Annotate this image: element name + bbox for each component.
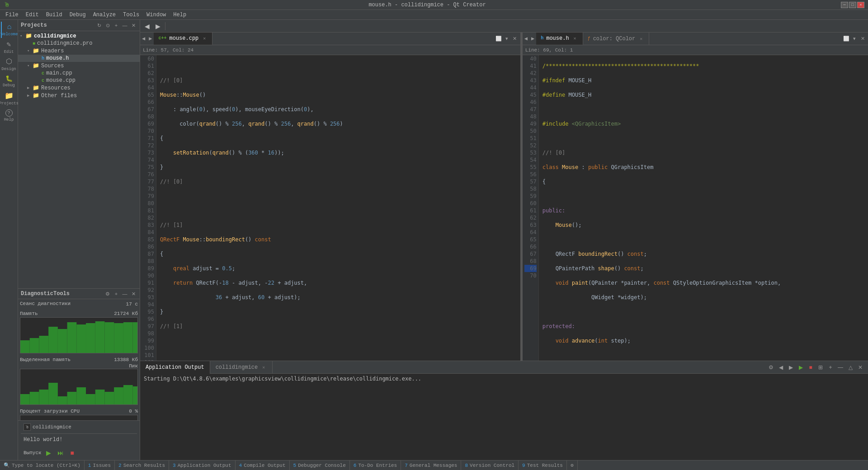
left-editor-tab-controls: ⬜ ▾ ✕ <box>495 35 520 42</box>
nav-back-button[interactable]: ◀ <box>142 21 152 31</box>
tree-pro-file[interactable]: ■ collidingmice.pro <box>18 40 140 47</box>
status-test-results[interactable]: 9Test Results <box>519 461 567 470</box>
diagnostic-settings-button[interactable]: ⚙ <box>104 290 111 297</box>
status-compile-output[interactable]: 4Compile Output <box>236 461 290 470</box>
tree-mouse-cpp[interactable]: c mouse.cpp <box>18 77 140 84</box>
tree-root[interactable]: ▾ 📁 collidingmice <box>18 32 140 40</box>
debug-label: Debug <box>3 83 15 88</box>
left-tab-menu-button[interactable]: ▾ <box>503 35 510 42</box>
output-minus-button[interactable]: — <box>836 363 844 371</box>
output-close-button[interactable]: ✕ <box>856 363 864 371</box>
status-issues[interactable]: 1Issues <box>85 461 115 470</box>
left-split-button[interactable]: ⬜ <box>495 35 502 42</box>
menu-edit[interactable]: Edit <box>22 11 42 19</box>
left-tab-nav-prev[interactable]: ◀ <box>140 33 147 45</box>
output-maximize-button[interactable]: △ <box>846 363 854 371</box>
diagnostic-panel: DiagnosticTools ⚙ + — ✕ Сеанс диагностик… <box>18 288 140 460</box>
projects-close-button[interactable]: ✕ <box>130 22 137 29</box>
projects-add-button[interactable]: + <box>113 22 120 29</box>
menu-file[interactable]: File <box>2 11 22 19</box>
nav-forward-button[interactable]: ▶ <box>153 21 163 31</box>
memory-header: Память 21724 Кб <box>20 311 138 317</box>
tree-other-files[interactable]: ▶ 📁 Other files <box>18 92 140 99</box>
menu-help[interactable]: Help <box>170 11 190 19</box>
output-tab-run[interactable]: collidingmice ✕ <box>210 361 273 374</box>
peak-row: Пик <box>20 363 138 369</box>
menu-analyze[interactable]: Analyze <box>90 11 119 19</box>
sidebar-item-welcome[interactable]: ⌂ Welcome <box>1 22 17 38</box>
tree-resources[interactable]: ▶ 📁 Resources <box>18 84 140 92</box>
left-tab-close[interactable]: ✕ <box>201 35 208 42</box>
sidebar-item-edit[interactable]: ✎ Edit <box>1 39 17 55</box>
sidebar-item-help[interactable]: ? Help <box>1 108 17 124</box>
output-prev-button[interactable]: ◀ <box>777 363 785 371</box>
status-general-messages[interactable]: 7General Messages <box>401 461 461 470</box>
minimize-button[interactable]: ─ <box>841 2 848 8</box>
maximize-button[interactable]: □ <box>849 2 856 8</box>
status-version-control[interactable]: 8Version Control <box>461 461 519 470</box>
stop-button[interactable]: ■ <box>68 448 77 457</box>
output-run-button[interactable]: ▶ <box>797 363 805 371</box>
sidebar-item-projects[interactable]: 📁 Projects <box>1 90 17 107</box>
status-todo-entries[interactable]: 6To-Do Entries <box>350 461 401 470</box>
status-app-output[interactable]: 3Application Output <box>169 461 235 470</box>
menu-debug[interactable]: Debug <box>66 11 90 19</box>
collidingmice-run-item[interactable]: 🖱 collidingmice <box>21 423 137 432</box>
close-button[interactable]: ✕ <box>857 2 864 8</box>
sidebar-item-design[interactable]: ⬡ Design <box>1 56 17 72</box>
projects-filter-button[interactable]: ⊙ <box>104 22 111 29</box>
right-close-panel-button[interactable]: ✕ <box>859 35 866 42</box>
right-tab2-close[interactable]: ✕ <box>638 36 644 42</box>
tree-mouse-h[interactable]: h mouse.h <box>18 55 140 62</box>
status-debugger-console[interactable]: 5Debugger Console <box>290 461 350 470</box>
menu-build[interactable]: Build <box>42 11 66 19</box>
tree-mouse-h-label: mouse.h <box>46 55 69 61</box>
search-icon: 🔍 <box>4 462 10 468</box>
tree-sources[interactable]: ▾ 📁 Sources <box>18 62 140 70</box>
status-settings-button[interactable]: ⚙ <box>567 461 578 470</box>
allocated-value: 13388 Кб <box>114 357 138 363</box>
output-add-button[interactable]: + <box>826 363 835 371</box>
right-tab-mouse-h[interactable]: h mouse.h ✕ <box>536 33 583 45</box>
right-split-button[interactable]: ⬜ <box>843 35 850 42</box>
output-run-tab-close[interactable]: ✕ <box>260 364 267 371</box>
left-line-numbers: 60 61 62 63 64 65 66 67 68 69 70 71 72 7… <box>140 55 156 361</box>
output-tab-app-output[interactable]: Application Output <box>140 361 210 374</box>
projects-tree: ▾ 📁 collidingmice ■ collidingmice.pro ▾ … <box>18 31 140 288</box>
memory-value: 21724 Кб <box>114 311 138 317</box>
left-tab-mouse-cpp[interactable]: c++ mouse.cpp ✕ <box>154 33 212 45</box>
right-tab-menu-button[interactable]: ▾ <box>851 35 858 42</box>
status-locate[interactable]: 🔍 Type to locate (Ctrl+K) <box>0 461 85 470</box>
right-tab-nav-prev[interactable]: ◀ <box>523 33 529 45</box>
right-tab1-close[interactable]: ✕ <box>572 35 578 42</box>
tree-arrow-resources: ▶ <box>27 85 33 90</box>
diagnostic-close-button[interactable]: ✕ <box>130 290 137 297</box>
left-close-panel-button[interactable]: ✕ <box>511 35 519 42</box>
right-code-editor[interactable]: 40 41 42 43 44 45 46 47 48 49 50 51 52 5… <box>523 55 868 361</box>
output-settings-button[interactable]: ⚙ <box>767 363 775 371</box>
step-button[interactable]: ⏭ <box>56 448 65 457</box>
diagnostic-add-button[interactable]: + <box>113 290 120 297</box>
projects-minimize-button[interactable]: — <box>121 22 128 29</box>
projects-panel: Projects ↻ ⊙ + — ✕ ▾ 📁 collidingmice <box>18 20 140 288</box>
sidebar-item-debug[interactable]: 🐛 Debug <box>1 73 17 89</box>
status-left: 🔍 Type to locate (Ctrl+K) 1Issues 2Searc… <box>0 461 578 470</box>
left-code-editor[interactable]: 60 61 62 63 64 65 66 67 68 69 70 71 72 7… <box>140 55 520 361</box>
output-open-term-button[interactable]: ⊞ <box>816 363 825 371</box>
mouse-cpp-tab-icon: c++ <box>158 36 166 41</box>
status-search-results[interactable]: 2Search Results <box>115 461 169 470</box>
tree-headers[interactable]: ▾ 📁 Headers <box>18 47 140 55</box>
svg-rect-20 <box>86 394 95 405</box>
projects-sync-button[interactable]: ↻ <box>95 22 103 29</box>
left-tab-nav-next[interactable]: ▶ <box>147 33 154 45</box>
play-button[interactable]: ▶ <box>44 448 53 457</box>
tree-mouse-cpp-label: mouse.cpp <box>46 77 75 84</box>
diagnostic-minimize-button[interactable]: — <box>121 290 128 297</box>
right-tab-color[interactable]: ƒ color: QColor ✕ <box>583 33 650 45</box>
tree-main-cpp[interactable]: c main.cpp <box>18 70 140 77</box>
output-stop-button[interactable]: ■ <box>807 363 815 371</box>
right-tab-nav-next[interactable]: ▶ <box>529 33 536 45</box>
menu-window[interactable]: Window <box>143 11 170 19</box>
output-next-button[interactable]: ▶ <box>787 363 795 371</box>
menu-tools[interactable]: Tools <box>119 11 143 19</box>
